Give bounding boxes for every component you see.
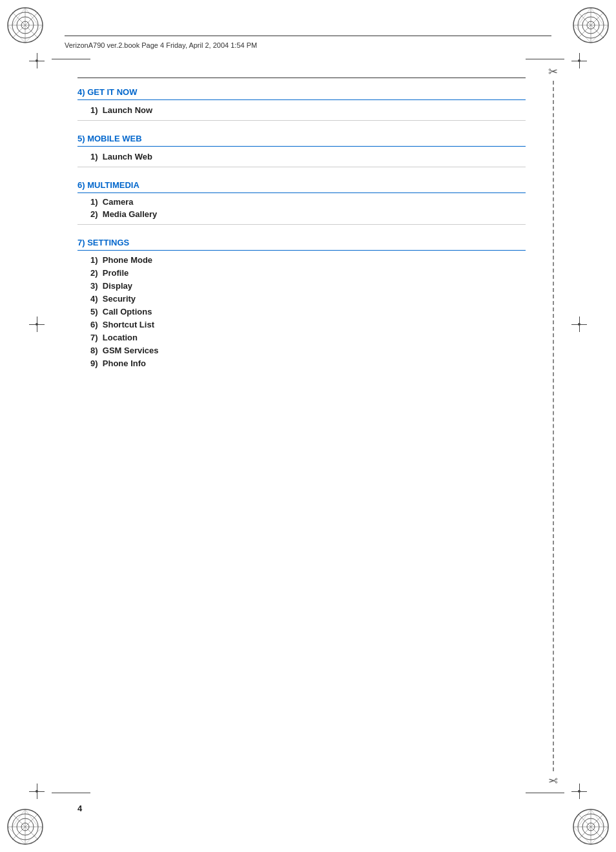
- crosshair-bottom-left: [29, 784, 45, 799]
- header-bar: VerizonA790 ver.2.book Page 4 Friday, Ap…: [65, 36, 551, 50]
- item-number: 2): [90, 209, 98, 219]
- multimedia-item-1: 1) Camera: [77, 193, 526, 208]
- cut-dashed-line: [553, 81, 554, 771]
- section-header-mobile-web: 5) MOBILE WEB: [77, 130, 526, 147]
- section-header-settings: 7) SETTINGS: [77, 234, 526, 251]
- mobile-web-item-1: 1) Launch Web: [77, 147, 526, 167]
- section-settings: 7) SETTINGS 1) Phone Mode 2) Profile 3) …: [77, 234, 526, 371]
- svg-line-44: [591, 809, 604, 827]
- item-text: Display: [103, 281, 132, 291]
- page-number: 4: [77, 804, 82, 813]
- item-number: 1): [90, 255, 98, 265]
- crosshair-top-left: [29, 53, 45, 68]
- item-text: Launch Web: [103, 152, 152, 161]
- crosshair-mid-right: [571, 317, 587, 332]
- item-text: Location: [103, 333, 138, 342]
- section-header-multimedia: 6) MULTIMEDIA: [77, 176, 526, 193]
- mobile-web-items: 1) Launch Web: [77, 147, 526, 167]
- svg-line-46: [578, 809, 591, 827]
- item-number: 9): [90, 358, 98, 368]
- multimedia-item-2: 2) Media Gallery: [77, 208, 526, 222]
- item-number: 7): [90, 333, 98, 342]
- section-multimedia: 6) MULTIMEDIA 1) Camera 2) Media Gallery: [77, 176, 526, 225]
- scissors-top-icon: ✂: [548, 65, 558, 79]
- item-text: Shortcut List: [103, 320, 154, 329]
- top-rule: [77, 78, 526, 78]
- item-number: 1): [90, 105, 98, 115]
- item-text: Call Options: [103, 307, 152, 317]
- svg-line-20: [591, 8, 604, 25]
- reg-line-top-left: [52, 59, 90, 59]
- main-content: 4) GET IT NOW 1) Launch Now 5) MOBILE WE…: [77, 78, 526, 774]
- item-text: Phone Mode: [103, 255, 152, 265]
- item-text: Media Gallery: [103, 209, 158, 219]
- multimedia-items: 1) Camera 2) Media Gallery: [77, 193, 526, 225]
- svg-line-32: [25, 809, 38, 827]
- settings-item-4: 4) Security: [77, 292, 526, 305]
- item-text: GSM Services: [103, 346, 159, 355]
- item-number: 6): [90, 320, 98, 329]
- item-text: Phone Info: [103, 358, 146, 368]
- reg-line-top-right: [526, 59, 564, 59]
- header-text: VerizonA790 ver.2.book Page 4 Friday, Ap…: [65, 41, 257, 49]
- crosshair-top-right: [571, 53, 587, 68]
- crosshair-bottom-right: [571, 784, 587, 799]
- corner-decoration-tl: [6, 6, 44, 44]
- item-text: Camera: [103, 197, 134, 207]
- corner-decoration-bl: [6, 808, 44, 846]
- item-number: 8): [90, 346, 98, 355]
- item-number: 1): [90, 152, 98, 161]
- settings-items: 1) Phone Mode 2) Profile 3) Display 4) S…: [77, 251, 526, 371]
- section-mobile-web: 5) MOBILE WEB 1) Launch Web: [77, 130, 526, 167]
- settings-item-2: 2) Profile: [77, 266, 526, 279]
- item-number: 4): [90, 294, 98, 304]
- section-get-it-now: 4) GET IT NOW 1) Launch Now: [77, 83, 526, 121]
- item-text: Security: [103, 294, 136, 304]
- settings-item-7: 7) Location: [77, 331, 526, 344]
- cut-line: ✂ ✂: [548, 65, 558, 787]
- settings-item-8: 8) GSM Services: [77, 344, 526, 357]
- item-text: Profile: [103, 268, 128, 278]
- settings-item-1: 1) Phone Mode: [77, 253, 526, 266]
- settings-item-3: 3) Display: [77, 279, 526, 292]
- scissors-bottom-icon: ✂: [548, 773, 558, 787]
- corner-decoration-tr: [572, 6, 610, 44]
- svg-line-34: [12, 809, 25, 827]
- reg-line-bottom-left: [52, 793, 90, 793]
- item-text: Launch Now: [103, 105, 152, 115]
- item-number: 2): [90, 268, 98, 278]
- settings-item-9: 9) Phone Info: [77, 357, 526, 371]
- item-number: 1): [90, 197, 98, 207]
- svg-line-10: [12, 8, 25, 25]
- item-number: 3): [90, 281, 98, 291]
- svg-line-22: [578, 8, 591, 25]
- corner-decoration-br: [572, 808, 610, 846]
- settings-item-6: 6) Shortcut List: [77, 318, 526, 331]
- get-it-now-item-1: 1) Launch Now: [77, 100, 526, 121]
- crosshair-mid-left: [29, 317, 45, 332]
- item-number: 5): [90, 307, 98, 317]
- reg-line-bottom-right: [526, 793, 564, 793]
- get-it-now-items: 1) Launch Now: [77, 100, 526, 121]
- settings-item-5: 5) Call Options: [77, 305, 526, 318]
- section-header-get-it-now: 4) GET IT NOW: [77, 83, 526, 100]
- svg-line-8: [25, 8, 38, 25]
